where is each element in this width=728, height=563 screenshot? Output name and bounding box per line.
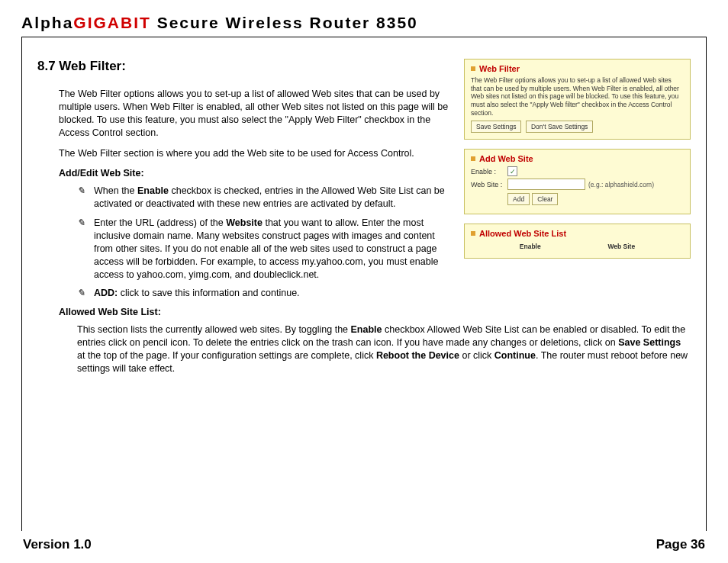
ap-b2: Save Settings [618,337,681,348]
page-footer: Version 1.0 Page 36 [21,531,707,555]
b1-bold: Enable [137,185,169,196]
brand-highlight: GIGABIT [73,14,151,31]
b3-post: click to save this information and conti… [118,288,299,298]
b2-bold: Website [226,217,263,228]
ap-t1: This section lists the currently allowed… [77,324,351,335]
panel3-title: Allowed Web Site List [479,229,566,238]
decor-icon [471,156,477,162]
panel1-title: Web Filter [479,64,520,73]
panel-add-web-site: Add Web Site Enable : ✓ Web Site : (e.g.… [464,149,691,214]
col-website: Web Site [607,243,635,250]
panel-allowed-list: Allowed Web Site List Enable Web Site [464,224,691,259]
page-title: AlphaGIGABIT Secure Wireless Router 8350 [21,14,707,32]
ap-t3: at the top of the page. If your configur… [77,350,376,361]
ap-b3: Reboot the Device [376,350,459,361]
website-input[interactable] [507,179,585,190]
panel2-title: Add Web Site [479,154,533,163]
panel1-desc: The Web Filter options allows you to set… [471,76,684,117]
enable-label: Enable : [471,168,507,175]
save-settings-button[interactable]: Save Settings [471,121,521,133]
brand-prefix: Alpha [21,14,73,31]
website-label: Web Site : [471,181,507,188]
version-label: Version 1.0 [23,537,92,552]
panel-web-filter: Web Filter The Web Filter options allows… [464,59,691,140]
b3-bold: ADD: [94,288,118,298]
website-hint: (e.g.: alphashield.com) [588,181,654,188]
page-number: Page 36 [656,537,705,552]
ap-t4: or click [459,350,494,361]
add-button[interactable]: Add [507,193,530,205]
bullet-2: ✎ Enter the URL (address) of the Website… [77,217,453,281]
bullet-3: ✎ ADD: click to save this information an… [77,287,691,300]
allowed-heading: Allowed Web Site List: [59,306,691,319]
bullet-icon: ✎ [77,185,94,211]
b2-pre: Enter the URL (address) of the [94,217,226,228]
enable-checkbox[interactable]: ✓ [507,166,517,176]
screenshot-panel: Web Filter The Web Filter options allows… [464,59,691,268]
clear-button[interactable]: Clear [532,193,558,205]
col-enable: Enable [520,243,541,250]
brand-suffix: Secure Wireless Router 8350 [151,14,418,31]
allowed-para: This section lists the currently allowed… [77,323,691,375]
bullet-1: ✎ When the Enable checkbox is checked, e… [77,185,453,211]
content-frame: Web Filter The Web Filter options allows… [21,37,707,531]
bullet-icon: ✎ [77,287,94,300]
ap-b4: Continue [494,350,536,361]
bullet-icon: ✎ [77,217,94,281]
decor-icon [471,231,477,237]
ap-b1: Enable [351,324,382,335]
dont-save-settings-button[interactable]: Don't Save Settings [526,121,593,133]
b1-pre: When the [94,185,137,196]
decor-icon [471,66,477,72]
